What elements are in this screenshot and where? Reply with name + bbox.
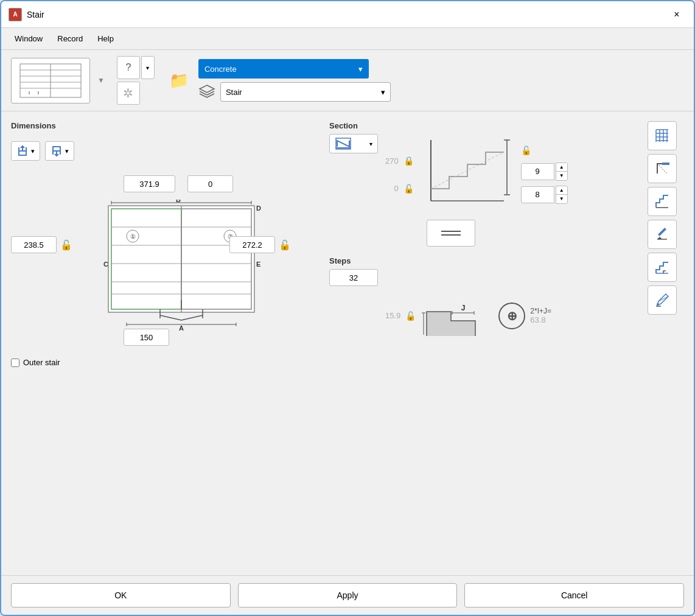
svg-marker-8 — [200, 85, 214, 93]
toolbar: ▼ ? ▾ ✲ 📁 Concrete ▾ — [1, 50, 694, 111]
main-window: A Stair × Window Record Help — [0, 0, 695, 616]
bottom-value-group — [124, 329, 169, 346]
input-top-right[interactable] — [187, 175, 233, 192]
corner-tool-btn[interactable] — [648, 154, 677, 183]
spinner-2-input[interactable] — [521, 186, 554, 203]
stair-view-tool-btn[interactable] — [648, 187, 677, 216]
element-type-dropdown[interactable]: Stair ▾ — [220, 82, 391, 102]
steps-left-val: 15.9 — [385, 311, 400, 320]
menu-bar: Window Record Help — [1, 28, 694, 50]
svg-rect-17 — [53, 147, 60, 151]
right-value-group: 🔓 — [229, 236, 291, 253]
section-title: Section — [329, 121, 638, 130]
spinner-1-down[interactable]: ▼ — [556, 172, 567, 180]
spinner-1-input[interactable] — [521, 163, 554, 180]
section-right-lock[interactable]: 🔓 — [521, 145, 568, 155]
title-bar: A Stair × — [1, 1, 694, 28]
dim-controls: ▾ ▾ — [11, 141, 320, 161]
section-spinners: 🔓 ▲ ▼ ▲ — [521, 145, 568, 204]
section-area: Section ▾ — [329, 121, 638, 247]
svg-point-83 — [657, 303, 659, 306]
pencil-tool-btn[interactable] — [648, 220, 677, 249]
formula-label: 2*I+J= — [530, 307, 551, 315]
folder-icon[interactable]: 📁 — [169, 71, 189, 90]
add-step-button[interactable]: ⊕ — [498, 303, 525, 329]
spinner-2-arrows: ▲ ▼ — [556, 186, 568, 204]
stair-diagram-area: B D C E ① ② — [11, 175, 291, 346]
svg-text:J: J — [461, 304, 466, 312]
svg-text:①: ① — [130, 233, 136, 240]
input-left[interactable] — [11, 236, 57, 253]
section-lock-bottom[interactable]: 🔓 — [403, 184, 414, 194]
dimensions-title: Dimensions — [11, 121, 320, 130]
input-top-left[interactable] — [124, 175, 175, 192]
grid-tool-btn[interactable] — [648, 121, 677, 150]
window-title: Stair — [27, 10, 44, 19]
svg-text:D: D — [256, 205, 261, 212]
freeze-button[interactable]: ✲ — [117, 82, 140, 105]
dimensions-panel: Dimensions ▾ — [11, 121, 320, 565]
section-content: ▾ 270 0 🔒 🔓 — [329, 134, 638, 215]
svg-rect-79 — [658, 228, 666, 236]
apply-button[interactable]: Apply — [238, 583, 458, 607]
material-dropdown[interactable]: Concrete ▾ — [198, 59, 369, 79]
right-lock-icon[interactable]: 🔓 — [279, 239, 291, 251]
edit-tool-btn[interactable] — [648, 285, 677, 315]
stair-dropdown[interactable]: ▼ — [97, 76, 105, 85]
section-lines-btn[interactable] — [427, 220, 475, 247]
steps-lock[interactable]: 🔓 — [405, 311, 416, 321]
step-cross-section: J — [421, 287, 494, 344]
steps-content: 15.9 🔓 J — [329, 269, 638, 344]
outer-stair-label[interactable]: Outer stair — [11, 358, 60, 367]
steps-count-input[interactable] — [329, 269, 378, 286]
menu-window[interactable]: Window — [9, 32, 49, 46]
svg-line-82 — [658, 296, 668, 301]
steps-bottom-group: 15.9 🔓 J — [385, 287, 551, 344]
steps-title: Steps — [329, 256, 638, 265]
layers-icon — [198, 84, 215, 100]
steps-count-group — [329, 269, 378, 286]
formula-result: 63.8 — [530, 315, 545, 324]
menu-record[interactable]: Record — [51, 32, 89, 46]
spinner-1-up[interactable]: ▲ — [556, 163, 567, 172]
svg-rect-77 — [662, 163, 669, 165]
question-button[interactable]: ? — [117, 56, 140, 79]
spinner-2: ▲ ▼ — [521, 186, 568, 204]
input-bottom[interactable] — [124, 329, 169, 346]
spinner-2-down[interactable]: ▼ — [556, 195, 567, 203]
main-content: Dimensions ▾ — [1, 111, 694, 575]
formula-group: 2*I+J= 63.8 — [530, 307, 551, 324]
svg-text:B: B — [176, 200, 181, 203]
section-val-bottom: 0 — [394, 184, 398, 193]
svg-rect-13 — [19, 151, 26, 155]
stair-thumbnail[interactable] — [11, 58, 90, 103]
menu-help[interactable]: Help — [91, 32, 120, 46]
left-value-group: 🔓 — [11, 236, 72, 253]
dim-down-btn[interactable]: ▾ — [45, 141, 74, 161]
question-dropdown[interactable]: ▾ — [141, 56, 155, 79]
app-icon: A — [9, 8, 22, 21]
ok-button[interactable]: OK — [11, 583, 231, 607]
spinner-1-arrows: ▲ ▼ — [556, 163, 568, 181]
spinner-2-up[interactable]: ▲ — [556, 186, 567, 195]
section-lock-top[interactable]: 🔒 — [403, 156, 414, 166]
section-bottom — [427, 220, 638, 247]
svg-text:C: C — [103, 261, 108, 268]
section-steps-panel: Section ▾ — [329, 121, 638, 565]
left-lock-icon[interactable]: 🔓 — [60, 239, 72, 251]
bottom-bar: OK Apply Cancel — [1, 575, 694, 615]
stair-alt-tool-btn[interactable] — [648, 253, 677, 282]
title-bar-left: A Stair — [9, 8, 44, 21]
input-right[interactable] — [229, 236, 275, 253]
section-left-values: 270 0 — [385, 156, 399, 193]
outer-stair-row: Outer stair — [11, 358, 320, 367]
cancel-button[interactable]: Cancel — [464, 583, 684, 607]
svg-text:A: A — [179, 324, 184, 332]
close-button[interactable]: × — [667, 5, 686, 24]
steps-area: Steps 15.9 🔓 — [329, 256, 638, 344]
spinner-1: ▲ ▼ — [521, 163, 568, 181]
dim-up-btn[interactable]: ▾ — [11, 141, 40, 161]
outer-stair-checkbox[interactable] — [11, 359, 19, 367]
section-type-dropdown[interactable]: ▾ — [329, 134, 378, 153]
top-inputs — [124, 175, 233, 192]
